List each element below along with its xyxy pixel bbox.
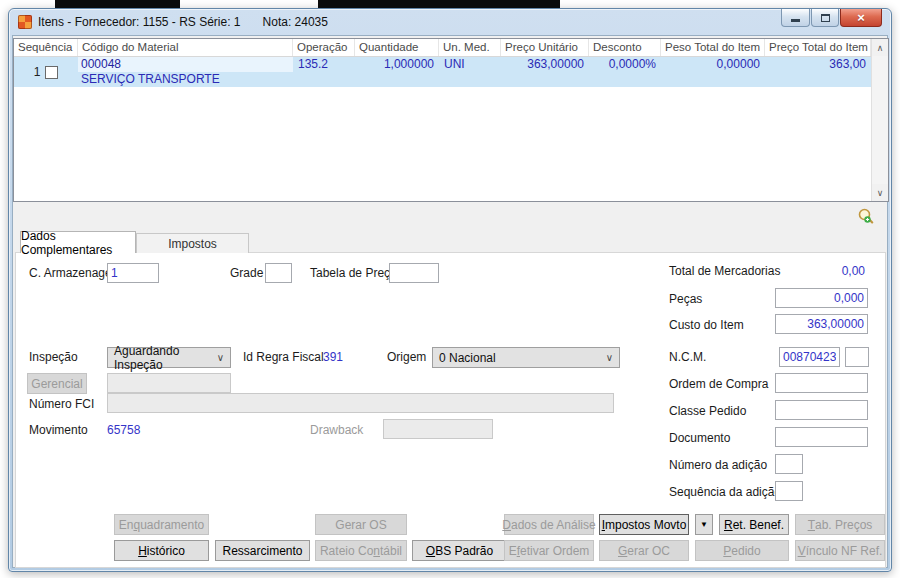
material-description: SERVIÇO TRANSPORTE bbox=[78, 72, 293, 87]
client-area: Sequência Código do Material Operação Qu… bbox=[12, 35, 888, 568]
scroll-up-button[interactable]: ∧ bbox=[872, 39, 888, 56]
ncm-input[interactable] bbox=[779, 347, 840, 367]
sequence-value: 1 bbox=[34, 65, 41, 79]
drawback-label: Drawback bbox=[310, 423, 363, 437]
operacao-cell: 135.2 bbox=[293, 57, 355, 72]
id-regra-fiscal-label: Id Regra Fiscal bbox=[243, 350, 324, 364]
preco-unitario-cell: 363,00000 bbox=[501, 57, 589, 72]
gerar-oc-button: Gerar OC bbox=[599, 540, 689, 561]
col-header-sequencia[interactable]: Sequência bbox=[14, 39, 78, 56]
gerencial-input bbox=[107, 373, 231, 393]
grid-scrollbar[interactable]: ∧ ∨ bbox=[871, 39, 888, 201]
grid-header-row: Sequência Código do Material Operação Qu… bbox=[14, 39, 888, 57]
col-header-desconto[interactable]: Desconto bbox=[589, 39, 661, 56]
material-code[interactable]: 000048 bbox=[78, 57, 293, 72]
col-header-preco-unitario[interactable]: Preço Unitário bbox=[501, 39, 589, 56]
origem-value: 0 Nacional bbox=[439, 351, 496, 365]
items-window: Itens - Fornecedor: 1155 - RS Série: 1 N… bbox=[8, 8, 892, 572]
inspecao-select[interactable]: Aguardando Inspeção ∨ bbox=[107, 347, 231, 368]
chevron-down-icon: ∨ bbox=[606, 352, 613, 363]
col-header-operacao[interactable]: Operação bbox=[293, 39, 355, 56]
numero-fci-label: Número FCI bbox=[29, 397, 94, 411]
efetivar-ordem-button: Efetivar Ordem bbox=[504, 540, 594, 561]
minimize-icon bbox=[791, 19, 800, 22]
caret-down-icon: ▼ bbox=[700, 520, 708, 529]
maximize-icon bbox=[821, 14, 830, 22]
preco-total-cell: 363,00 bbox=[765, 57, 871, 72]
tabela-preco-label: Tabela de Preço bbox=[310, 266, 397, 280]
row-checkbox[interactable] bbox=[45, 66, 58, 79]
id-regra-fiscal-value: 391 bbox=[323, 350, 343, 364]
scroll-up-icon: ∧ bbox=[877, 43, 884, 53]
ret-benef-button[interactable]: Ret. Benef. bbox=[719, 514, 789, 535]
maximize-button[interactable] bbox=[811, 9, 839, 27]
sequencia-adicao-label: Sequência da adição bbox=[669, 485, 781, 499]
impostos-movto-button[interactable]: Impostos Movto bbox=[599, 514, 689, 535]
scroll-down-icon: ∨ bbox=[877, 188, 884, 198]
chevron-down-icon: ∨ bbox=[217, 352, 224, 363]
vinculo-nf-ref-button: Vínculo NF Ref. bbox=[795, 540, 885, 561]
zoom-button[interactable] bbox=[856, 207, 876, 227]
desconto-cell: 0,0000% bbox=[589, 57, 661, 72]
historico-button[interactable]: Histórico bbox=[114, 540, 209, 561]
classe-pedido-input[interactable] bbox=[775, 400, 868, 420]
table-row[interactable]: 1 000048 SERVIÇO TRANSPORTE 135.2 1,0000… bbox=[14, 57, 888, 87]
window-title: Itens - Fornecedor: 1155 - RS Série: 1 bbox=[38, 15, 241, 29]
ncm-label: N.C.M. bbox=[669, 350, 706, 364]
rateio-contabil-button: Rateio Contábil bbox=[315, 540, 407, 561]
pedido-button: Pedido bbox=[695, 540, 789, 561]
quantidade-cell: 1,000000 bbox=[355, 57, 439, 72]
pecas-input[interactable] bbox=[775, 288, 868, 308]
sequencia-adicao-input[interactable] bbox=[775, 481, 803, 501]
documento-label: Documento bbox=[669, 431, 730, 445]
col-header-quantidade[interactable]: Quantidade bbox=[355, 39, 439, 56]
custo-item-input[interactable] bbox=[775, 314, 868, 334]
movimento-label: Movimento bbox=[29, 423, 88, 437]
peso-total-cell: 0,00000 bbox=[661, 57, 765, 72]
ordem-compra-input[interactable] bbox=[775, 373, 868, 393]
inspecao-value: Aguardando Inspeção bbox=[114, 344, 217, 372]
titlebar[interactable]: Itens - Fornecedor: 1155 - RS Série: 1 N… bbox=[9, 9, 891, 35]
grade-input[interactable] bbox=[265, 263, 292, 283]
ressarcimento-button[interactable]: Ressarcimento bbox=[215, 540, 310, 561]
tab-precos-button: Tab. Preços bbox=[795, 514, 885, 535]
col-header-peso-total[interactable]: Peso Total do Item bbox=[661, 39, 765, 56]
close-button[interactable]: × bbox=[840, 9, 882, 27]
drawback-input bbox=[383, 419, 493, 439]
origem-select[interactable]: 0 Nacional ∨ bbox=[432, 347, 620, 368]
inspecao-label: Inspeção bbox=[29, 350, 78, 364]
numero-adicao-label: Número da adição bbox=[669, 458, 767, 472]
close-icon: × bbox=[857, 11, 865, 24]
un-med-cell: UNI bbox=[439, 57, 501, 72]
origem-label: Origem bbox=[387, 350, 426, 364]
scroll-down-button[interactable]: ∨ bbox=[872, 184, 888, 201]
more-options-button[interactable]: ▼ bbox=[695, 514, 713, 535]
numero-adicao-input[interactable] bbox=[775, 454, 803, 474]
material-cell: 000048 SERVIÇO TRANSPORTE bbox=[78, 57, 293, 87]
documento-input[interactable] bbox=[775, 427, 868, 447]
pecas-label: Peças bbox=[669, 292, 702, 306]
numero-fci-input bbox=[107, 393, 614, 413]
total-mercadorias-value: 0,00 bbox=[713, 264, 865, 278]
sequence-cell: 1 bbox=[14, 57, 78, 87]
items-grid: Sequência Código do Material Operação Qu… bbox=[13, 38, 889, 202]
background-window-fragment bbox=[318, 0, 560, 8]
zoom-icon bbox=[856, 207, 876, 227]
col-header-codigo-material[interactable]: Código do Material bbox=[78, 39, 293, 56]
dados-de-analise-button: Dados de Análise bbox=[504, 514, 594, 535]
tab-dados-complementares[interactable]: Dados Complementares bbox=[20, 231, 136, 253]
tabela-preco-input[interactable] bbox=[389, 263, 439, 283]
ncm-ex-input[interactable] bbox=[845, 347, 869, 367]
enquadramento-button: Enquadramento bbox=[114, 514, 209, 535]
col-header-preco-total[interactable]: Preço Total do Item bbox=[765, 39, 871, 56]
tab-impostos[interactable]: Impostos bbox=[136, 233, 249, 253]
minimize-button[interactable] bbox=[781, 9, 810, 27]
col-header-un-med[interactable]: Un. Med. bbox=[439, 39, 501, 56]
background-window-fragment bbox=[55, 0, 180, 8]
ordem-compra-label: Ordem de Compra bbox=[669, 377, 768, 391]
gerencial-button: Gerencial bbox=[27, 373, 87, 394]
obs-padrao-button[interactable]: OBS Padrão bbox=[412, 540, 507, 561]
c-armazenagem-input[interactable] bbox=[107, 263, 159, 283]
caption-buttons: × bbox=[780, 9, 882, 27]
classe-pedido-label: Classe Pedido bbox=[669, 404, 746, 418]
